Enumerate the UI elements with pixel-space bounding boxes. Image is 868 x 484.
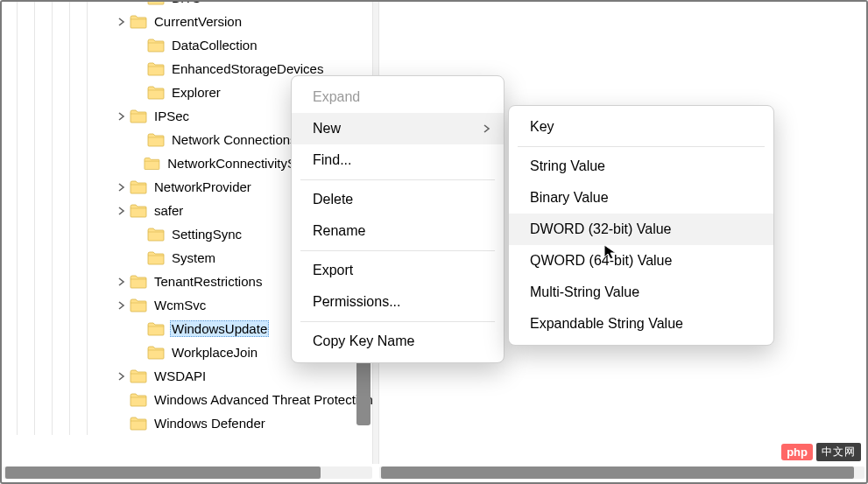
menu-separator <box>300 250 495 251</box>
menu-item-label: Delete <box>313 192 353 207</box>
folder-icon <box>130 15 147 29</box>
expander-icon[interactable] <box>114 270 130 293</box>
submenu-item[interactable]: Expandable String Value <box>509 308 773 340</box>
menu-item[interactable]: Permissions... <box>292 286 504 318</box>
folder-icon <box>147 228 165 242</box>
watermark-b: 中文网 <box>816 443 861 461</box>
folder-icon <box>147 346 165 360</box>
horizontal-scrollbars <box>4 465 864 480</box>
tree-item[interactable]: Windows Defender <box>9 411 372 435</box>
tree-item-label: WorkplaceJoin <box>170 344 259 361</box>
registry-editor-window: BITSCurrentVersionDataCollectionEnhanced… <box>0 0 868 484</box>
tree-item-label: Network Connections <box>170 131 299 148</box>
menu-item-label: Find... <box>313 152 351 168</box>
submenu-item[interactable]: Key <box>509 111 773 143</box>
menu-item: Expand <box>292 81 504 113</box>
watermark-a: php <box>781 444 813 460</box>
watermark: php 中文网 <box>781 443 861 461</box>
tree-item-label: Windows Defender <box>152 415 267 431</box>
menu-item[interactable]: New <box>292 113 504 144</box>
tree-item-label: WSDAPI <box>152 368 208 384</box>
context-menu[interactable]: ExpandNewFind...DeleteRenameExportPermis… <box>291 75 505 363</box>
submenu-item-label: Binary Value <box>530 190 609 206</box>
menu-item-label: Rename <box>313 223 365 239</box>
menu-item-label: Permissions... <box>313 294 400 310</box>
context-submenu-new[interactable]: KeyString ValueBinary ValueDWORD (32-bit… <box>508 105 774 346</box>
folder-icon <box>147 39 165 53</box>
folder-icon <box>130 180 147 194</box>
menu-item[interactable]: Find... <box>292 144 504 176</box>
folder-icon <box>130 275 147 289</box>
tree-item[interactable]: BITS <box>9 2 372 10</box>
folder-icon <box>147 62 165 76</box>
folder-icon <box>130 204 147 218</box>
tree-item-label: CurrentVersion <box>152 13 243 30</box>
tree-item-label: System <box>170 249 217 266</box>
tree-horizontal-scrollbar[interactable] <box>4 465 372 480</box>
tree-item-label: WcmSvc <box>152 297 208 313</box>
menu-item-label: Expand <box>313 89 360 105</box>
tree-item[interactable]: WSDAPI <box>9 364 372 388</box>
tree-item-label: IPSec <box>152 108 191 124</box>
expander-icon[interactable] <box>114 199 130 222</box>
mouse-cursor-icon <box>603 243 620 261</box>
expander-icon[interactable] <box>114 175 130 199</box>
tree-item[interactable]: CurrentVersion <box>9 10 372 33</box>
submenu-item-label: String Value <box>530 158 605 174</box>
tree-item-label: safer <box>152 202 185 219</box>
submenu-item-label: Key <box>530 119 554 135</box>
submenu-item-label: QWORD (64-bit) Value <box>530 253 672 269</box>
folder-icon <box>130 417 147 431</box>
expander-icon[interactable] <box>114 104 130 128</box>
menu-separator <box>518 146 765 147</box>
tree-item-label: SettingSync <box>170 226 243 242</box>
tree-item-label: DataCollection <box>170 37 259 53</box>
folder-icon <box>147 86 165 100</box>
menu-separator <box>300 179 495 180</box>
submenu-item[interactable]: DWORD (32-bit) Value <box>509 214 773 245</box>
submenu-item[interactable]: QWORD (64-bit) Value <box>509 245 773 277</box>
tree-item-label: WindowsUpdate <box>170 320 269 337</box>
tree-item-label: TenantRestrictions <box>152 273 264 290</box>
submenu-item[interactable]: Binary Value <box>509 182 773 214</box>
submenu-item-label: Expandable String Value <box>530 316 683 332</box>
folder-icon <box>147 322 165 336</box>
tree-item[interactable]: Windows Advanced Threat Protection <box>9 388 372 411</box>
chevron-right-icon <box>483 121 491 137</box>
submenu-item-label: DWORD (32-bit) Value <box>530 221 672 237</box>
menu-item-label: Export <box>313 263 353 278</box>
folder-icon <box>147 133 165 147</box>
tree-item-label: NetworkProvider <box>152 179 253 195</box>
submenu-item[interactable]: Multi-String Value <box>509 277 773 308</box>
folder-icon <box>147 2 165 5</box>
folder-icon <box>130 393 147 407</box>
expander-icon[interactable] <box>114 364 130 388</box>
tree-item[interactable]: DataCollection <box>9 33 372 57</box>
expander-icon[interactable] <box>114 10 130 33</box>
menu-item[interactable]: Copy Key Name <box>292 326 504 357</box>
folder-icon <box>144 157 160 171</box>
values-horizontal-scrollbar[interactable] <box>379 465 864 480</box>
tree-item-label: Windows Advanced Threat Protection <box>152 391 372 408</box>
submenu-item[interactable]: String Value <box>509 151 773 182</box>
submenu-item-label: Multi-String Value <box>530 284 639 300</box>
menu-item[interactable]: Delete <box>292 184 504 215</box>
menu-item[interactable]: Rename <box>292 215 504 247</box>
folder-icon <box>130 369 147 383</box>
folder-icon <box>130 109 147 123</box>
folder-icon <box>130 298 147 312</box>
tree-item-label: Explorer <box>170 84 222 101</box>
folder-icon <box>147 251 165 265</box>
menu-item[interactable]: Export <box>292 255 504 286</box>
menu-separator <box>300 321 495 322</box>
expander-icon[interactable] <box>114 293 130 317</box>
tree-horizontal-scrollbar-thumb[interactable] <box>5 466 321 479</box>
tree-item-label: BITS <box>170 2 202 6</box>
menu-item-label: New <box>313 121 341 137</box>
values-horizontal-scrollbar-thumb[interactable] <box>381 466 854 479</box>
menu-item-label: Copy Key Name <box>313 333 415 349</box>
tree-vertical-scrollbar-thumb[interactable] <box>356 359 370 425</box>
